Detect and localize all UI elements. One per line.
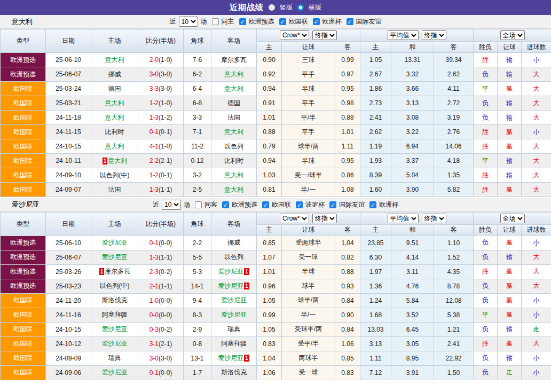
- result-text: 胜: [482, 143, 489, 150]
- league-checkbox-label[interactable]: 国际友谊: [339, 200, 365, 209]
- team-name-text: 意大利: [105, 99, 124, 107]
- league-checkbox-label[interactable]: 欧洲杯: [322, 17, 342, 26]
- avg-type-select[interactable]: 平均值: [388, 30, 419, 40]
- result-text: 平: [482, 85, 489, 92]
- handicap-result-cell: 输: [498, 351, 522, 365]
- result-text: 小: [533, 56, 540, 64]
- home-team-cell: 1意大利: [91, 154, 138, 168]
- avg-type-select[interactable]: 平均值: [388, 214, 419, 223]
- page-title: 近期战绩: [230, 3, 264, 13]
- same-venue-label[interactable]: 同客: [204, 200, 217, 209]
- col-header: 比分(半场): [138, 29, 184, 53]
- match-count-select[interactable]: 10: [179, 17, 198, 27]
- league-checkbox-label[interactable]: 欧国联: [289, 17, 308, 26]
- league-checkbox-label[interactable]: 国际友谊: [356, 17, 382, 26]
- home-team-cell: 爱沙尼亚: [91, 336, 138, 351]
- near-label: 近: [170, 17, 176, 26]
- league-checkbox[interactable]: ✓: [347, 18, 353, 25]
- corner-cell: 11-2: [184, 139, 211, 154]
- league-checkbox-label[interactable]: 欧国联: [272, 200, 291, 209]
- odds-company-select[interactable]: Crow*: [280, 214, 309, 223]
- competition-type-cell: 欧国联: [1, 322, 46, 336]
- same-venue-checkbox[interactable]: [212, 18, 219, 25]
- halftime-score: (3-0): [159, 70, 172, 78]
- match-count-select[interactable]: 10: [162, 200, 181, 210]
- team-section: 爱沙尼亚近10场同客✓欧洲预选✓欧国联✓波罗杯✓国际友谊✓欧洲杯类型日期主场比分…: [0, 198, 551, 380]
- league-checkbox[interactable]: ✓: [369, 201, 376, 208]
- odds-stage-select[interactable]: 终指: [312, 214, 337, 223]
- fulltime-score: 1-2: [149, 99, 159, 107]
- league-checkbox[interactable]: ✓: [296, 201, 303, 208]
- team-name-text: 以色列: [224, 253, 243, 261]
- result-text: 胜: [482, 171, 489, 179]
- same-venue-checkbox[interactable]: [195, 201, 202, 208]
- avg-home-cell: 1.97: [360, 264, 391, 279]
- result-text: 胜: [482, 56, 489, 64]
- result-text: 大: [533, 268, 540, 275]
- odds-away-cell: 1.08: [335, 183, 360, 197]
- league-checkbox[interactable]: ✓: [313, 18, 320, 25]
- league-checkbox[interactable]: ✓: [222, 201, 229, 208]
- league-checkbox-label[interactable]: 波罗杯: [305, 200, 325, 209]
- winloss-cell: 平: [474, 308, 498, 322]
- goals-result-cell: 大: [522, 336, 551, 351]
- avg-away-cell: 1.52: [434, 250, 474, 264]
- odds-home-cell: 0.79: [257, 139, 282, 154]
- odds-handicap-cell: 球半/两: [282, 139, 335, 154]
- league-checkbox[interactable]: ✓: [329, 201, 336, 208]
- sub-col-header: 让球: [282, 224, 335, 236]
- avg-stage-select[interactable]: 终指: [422, 30, 446, 40]
- winloss-cell: 负: [474, 279, 498, 293]
- col-header: 角球: [184, 212, 211, 236]
- competition-type-cell: 欧国联: [1, 168, 46, 183]
- league-checkbox-label[interactable]: 欧洲杯: [379, 200, 398, 209]
- league-checkbox[interactable]: ✓: [239, 18, 246, 25]
- match-row: 欧洲预选25-06-10爱沙尼亚0-1(0-0)2-2挪威0.85受两球半1.0…: [1, 236, 551, 250]
- home-team-cell: 意大利: [91, 111, 138, 125]
- layout-radio-horizontal[interactable]: [297, 4, 304, 11]
- avg-draw-cell: 6.45: [391, 322, 434, 336]
- corner-cell: 1-7: [184, 365, 211, 380]
- league-checkbox-label[interactable]: 欧洲预选: [249, 17, 274, 26]
- odds-away-cell: 0.86: [335, 168, 360, 183]
- away-team-cell: 以色列: [211, 139, 257, 154]
- competition-type-cell: 欧国联: [1, 96, 46, 111]
- corner-cell: 2-9: [184, 322, 211, 336]
- team-name-text: 意大利: [224, 70, 243, 78]
- score-cell: 3-0(3-0): [138, 67, 184, 82]
- avg-stage-select[interactable]: 终指: [422, 214, 446, 223]
- layout-radio-vertical-label[interactable]: 竖版: [280, 3, 293, 12]
- avg-draw-cell: 4.76: [391, 279, 434, 293]
- league-checkbox[interactable]: ✓: [279, 18, 286, 25]
- result-text: 负: [482, 354, 489, 362]
- result-text: 赢: [506, 268, 513, 275]
- match-row: 欧国联24-11-16阿塞拜疆0-0(0-0)8-3爱沙尼亚0.99半/一0.9…: [1, 308, 551, 322]
- result-text: 大: [533, 282, 540, 289]
- result-text: 赢: [506, 296, 513, 304]
- avg-draw-cell: 3.13: [391, 96, 434, 111]
- league-checkbox-label[interactable]: 欧洲预选: [232, 200, 257, 209]
- league-checkbox[interactable]: ✓: [262, 201, 269, 208]
- layout-radio-vertical[interactable]: [269, 4, 275, 11]
- halftime-score: (0-0): [159, 369, 172, 377]
- result-text: 负: [482, 369, 489, 376]
- layout-radio-horizontal-label[interactable]: 横版: [309, 3, 321, 12]
- fulltime-score: 4-1: [149, 143, 159, 150]
- period-select[interactable]: 全场: [500, 30, 525, 40]
- team-name-text: 意大利: [105, 56, 124, 64]
- handicap-result-cell: 输: [498, 53, 522, 67]
- odds-home-cell: 1.05: [257, 322, 282, 336]
- result-text: 平: [482, 311, 489, 318]
- result-text: 负: [482, 253, 489, 261]
- away-team-cell: 斯洛伐克: [211, 365, 257, 380]
- result-text: 平: [482, 157, 489, 164]
- team-name-text: 法国: [108, 186, 121, 193]
- competition-type-cell: 欧国联: [1, 351, 46, 365]
- odds-company-select[interactable]: Crow*: [280, 30, 309, 40]
- period-select[interactable]: 全场: [500, 214, 525, 223]
- sub-col-header: 和: [391, 42, 434, 53]
- odds-stage-select[interactable]: 终指: [312, 30, 337, 40]
- avg-away-cell: 2.72: [434, 96, 474, 111]
- same-venue-label[interactable]: 同主: [222, 17, 234, 26]
- team-name-text: 爱沙尼亚: [218, 354, 243, 362]
